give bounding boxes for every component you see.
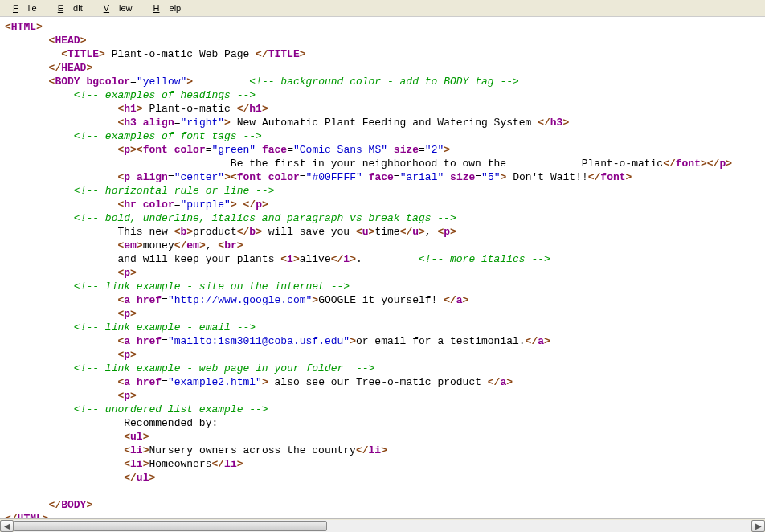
scroll-right-button[interactable]: ▶ <box>751 520 765 532</box>
menu-bar: File Edit View Help <box>0 0 765 17</box>
horizontal-scrollbar[interactable]: ◀ ▶ <box>0 518 765 532</box>
menu-help[interactable]: Help <box>144 2 191 14</box>
menu-file[interactable]: File <box>3 2 47 14</box>
scroll-left-button[interactable]: ◀ <box>0 520 14 532</box>
code-editor[interactable]: <HTML> <HEAD> <TITLE> Plant-o-matic Web … <box>0 17 765 518</box>
scroll-track[interactable] <box>14 520 751 532</box>
menu-edit[interactable]: Edit <box>48 2 92 14</box>
scroll-thumb[interactable] <box>14 521 327 531</box>
menu-view[interactable]: View <box>94 2 142 14</box>
